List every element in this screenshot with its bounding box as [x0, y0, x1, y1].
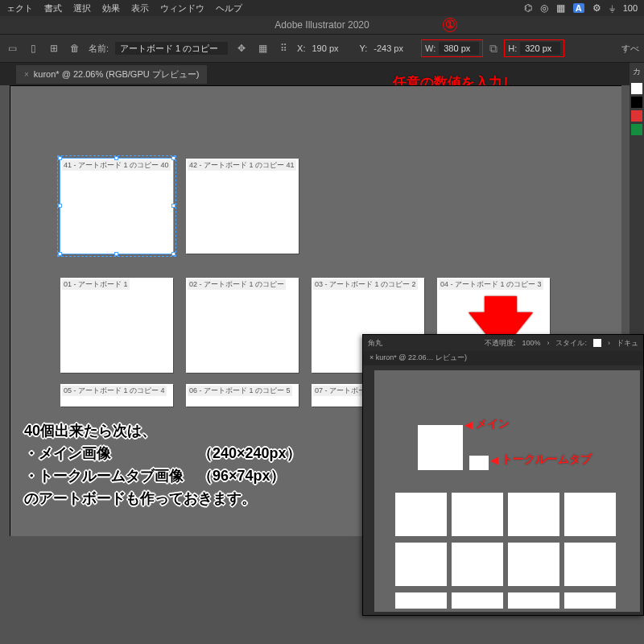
mac-menubar: ェクト 書式 選択 効果 表示 ウィンドウ ヘルプ ⌬ ◎ ▦ A ⚙ ⏚ 10…: [0, 0, 644, 16]
name-label: 名前:: [89, 43, 109, 55]
menu-item[interactable]: 書式: [44, 2, 62, 14]
artboard-label: 02 - アートボード 1 のコピー: [188, 279, 286, 290]
inset-grid-artboard[interactable]: [395, 592, 447, 609]
x-label: X:: [297, 43, 305, 53]
inset-round-label: 角丸: [368, 338, 382, 349]
artboard-05[interactable]: 05 - アートボード 1 のコピー 4: [60, 384, 173, 407]
inset-opacity-value[interactable]: 100%: [522, 339, 540, 347]
portrait-icon[interactable]: ▯: [26, 41, 40, 56]
inset-grid-artboard[interactable]: [508, 493, 559, 536]
grid-icon[interactable]: ▦: [556, 2, 565, 14]
inset-doc-tab[interactable]: × kuron* @ 22.06… レビュー): [363, 351, 643, 365]
inset-artboard-main[interactable]: [418, 425, 463, 470]
h-label: H:: [508, 43, 517, 53]
new-artboard-icon[interactable]: ⊞: [47, 41, 61, 56]
inset-style-swatch[interactable]: [593, 339, 601, 347]
inset-doc-label: ドキュ: [617, 338, 638, 349]
inset-grid-artboard[interactable]: [564, 493, 616, 536]
menu-item[interactable]: 表示: [131, 2, 149, 14]
y-label: Y:: [360, 43, 368, 53]
creative-cloud-icon[interactable]: ◎: [540, 2, 548, 14]
height-input[interactable]: [520, 42, 560, 55]
settings-icon[interactable]: ⚙: [592, 2, 601, 14]
artboard-label: 06 - アートボード 1 のコピー 5: [188, 386, 292, 396]
inset-canvas[interactable]: ◀ メイン ◀ トークルームタブ: [374, 370, 640, 612]
swatch-white[interactable]: [631, 83, 642, 94]
dropbox-icon[interactable]: ⌬: [524, 2, 532, 14]
inset-artboard-talk[interactable]: [469, 456, 489, 470]
menu-item[interactable]: ヘルプ: [216, 2, 242, 14]
artboard-label: 42 - アートボード 1 のコピー 41: [188, 160, 296, 171]
inset-grid-artboard[interactable]: [395, 493, 447, 536]
inset-grid-artboard[interactable]: [452, 493, 503, 536]
artboard-name-input[interactable]: [115, 42, 228, 55]
y-value[interactable]: -243 px: [374, 43, 403, 53]
artboard-42[interactable]: 42 - アートボード 1 のコピー 41: [186, 159, 299, 254]
inset-grid-artboard[interactable]: [452, 543, 503, 586]
reference-point-icon[interactable]: ▦: [255, 41, 270, 56]
inset-style-label: スタイル:: [555, 338, 587, 349]
document-tab[interactable]: × kuron* @ 22.06% (RGB/GPU プレビュー): [16, 65, 207, 84]
artboard-02[interactable]: 02 - アートボード 1 のコピー: [186, 278, 299, 373]
inset-grid-artboard[interactable]: [508, 543, 559, 586]
w-label: W:: [425, 43, 436, 53]
artboard-label: 41 - アートボード 1 のコピー 40: [62, 160, 171, 171]
menu-item[interactable]: ウィンドウ: [160, 2, 204, 14]
inset-grid-artboard[interactable]: [508, 592, 559, 609]
menubar-status: ⌬ ◎ ▦ A ⚙ ⏚ 100: [524, 2, 638, 14]
menubar-menus: ェクト 書式 選択 効果 表示 ウィンドウ ヘルプ: [6, 2, 242, 14]
artboard-06[interactable]: 06 - アートボード 1 のコピー 5: [186, 384, 299, 407]
x-value[interactable]: 190 px: [312, 43, 338, 53]
height-box: H:: [504, 39, 564, 57]
battery-percent: 100: [623, 3, 638, 13]
artboard-label: 01 - アートボード 1: [62, 279, 130, 290]
inset-grid-artboard[interactable]: [564, 543, 616, 586]
swatch-red[interactable]: [631, 110, 642, 122]
callout-number-1: ①: [443, 18, 457, 32]
options-icon[interactable]: ⠿: [276, 41, 291, 56]
inset-label-main: メイン: [476, 417, 510, 431]
menu-item[interactable]: 選択: [73, 2, 91, 14]
wifi-icon[interactable]: ⏚: [609, 2, 615, 14]
inset-grid-artboard[interactable]: [452, 592, 503, 609]
inset-control-bar: 角丸 不透明度: 100% › スタイル: › ドキュ: [363, 335, 643, 351]
inset-opacity-label: 不透明度:: [485, 338, 516, 349]
swatch-green[interactable]: [631, 124, 642, 135]
menu-item[interactable]: 効果: [102, 2, 120, 14]
triangle-left-icon: ◀: [464, 419, 473, 431]
artboard-01[interactable]: 01 - アートボード 1: [60, 278, 173, 373]
width-input[interactable]: [439, 42, 479, 55]
link-wh-icon[interactable]: ⧉: [489, 42, 497, 56]
annotation-black-text: 40個出来たら次は、 ・メイン画像 （240×240px） ・トークルームタブ画…: [24, 420, 301, 510]
swatch-black[interactable]: [631, 97, 642, 108]
inset-grid-artboard[interactable]: [395, 543, 447, 586]
artboard-control-bar: ▭ ▯ ⊞ 🗑 名前: ✥ ▦ ⠿ X: 190 px Y: -243 px W…: [0, 34, 644, 63]
app-title: Adobe Illustrator 2020: [275, 19, 369, 31]
triangle-left-icon: ◀: [490, 454, 498, 466]
inset-grid-artboard[interactable]: [564, 592, 616, 609]
ctrlbar-overflow: すべ: [621, 43, 639, 55]
artboard-label: 03 - アートボード 1 のコピー 2: [313, 279, 418, 290]
artboard-41[interactable]: 41 - アートボード 1 のコピー 40: [60, 159, 173, 254]
menu-item[interactable]: ェクト: [6, 2, 33, 14]
delete-artboard-icon[interactable]: 🗑: [68, 41, 82, 56]
artboard-label: 04 - アートボード 1 のコピー 3: [439, 279, 543, 290]
close-tab-icon[interactable]: ×: [24, 70, 29, 79]
landscape-icon[interactable]: ▭: [5, 41, 19, 56]
app-titlebar: Adobe Illustrator 2020 ①: [0, 16, 644, 34]
inset-label-talk: トークルームタブ: [502, 452, 592, 467]
right-panel-header: カ: [630, 63, 644, 80]
move-with-artboard-icon[interactable]: ✥: [234, 41, 249, 56]
width-box: W:: [421, 39, 483, 57]
app-a-icon[interactable]: A: [573, 3, 584, 13]
inset-window: 角丸 不透明度: 100% › スタイル: › ドキュ × kuron* @ 2…: [362, 334, 644, 616]
artboard-label: 05 - アートボード 1 のコピー 4: [62, 386, 167, 396]
document-tab-label: kuron* @ 22.06% (RGB/GPU プレビュー): [34, 68, 200, 80]
